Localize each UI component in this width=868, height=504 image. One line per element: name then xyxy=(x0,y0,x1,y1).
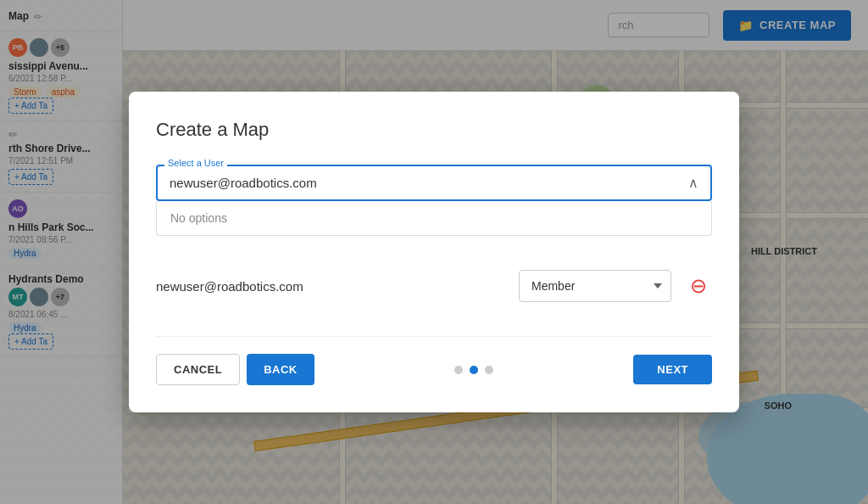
pagination-dot-3 xyxy=(485,366,493,374)
member-row: newuser@roadbotics.com Member Admin View… xyxy=(156,270,712,302)
select-user-input-row: ∧ xyxy=(156,165,712,201)
next-button[interactable]: NEXT xyxy=(633,355,712,384)
back-button[interactable]: BACK xyxy=(247,354,314,385)
select-user-label: Select a User xyxy=(164,158,227,168)
remove-icon: ⊖ xyxy=(690,276,707,296)
cancel-button[interactable]: CANCEL xyxy=(156,354,240,385)
create-map-modal: Create a Map Select a User ∧ No options … xyxy=(129,92,739,412)
chevron-up-icon: ∧ xyxy=(688,175,698,191)
dropdown-options: No options xyxy=(156,201,712,236)
pagination-dots xyxy=(454,366,493,374)
modal-overlay: Create a Map Select a User ∧ No options … xyxy=(0,0,868,504)
footer-left-buttons: CANCEL BACK xyxy=(156,354,314,385)
modal-title: Create a Map xyxy=(156,119,712,141)
member-role-select[interactable]: Member Admin Viewer xyxy=(519,270,671,302)
remove-member-button[interactable]: ⊖ xyxy=(685,272,712,300)
select-user-input[interactable] xyxy=(170,176,688,190)
modal-footer: CANCEL BACK NEXT xyxy=(156,336,712,385)
select-user-wrapper: Select a User ∧ No options xyxy=(156,165,712,236)
member-email: newuser@roadbotics.com xyxy=(156,279,505,294)
no-options-text: No options xyxy=(170,211,227,225)
pagination-dot-1 xyxy=(454,366,463,374)
pagination-dot-2 xyxy=(470,366,478,374)
